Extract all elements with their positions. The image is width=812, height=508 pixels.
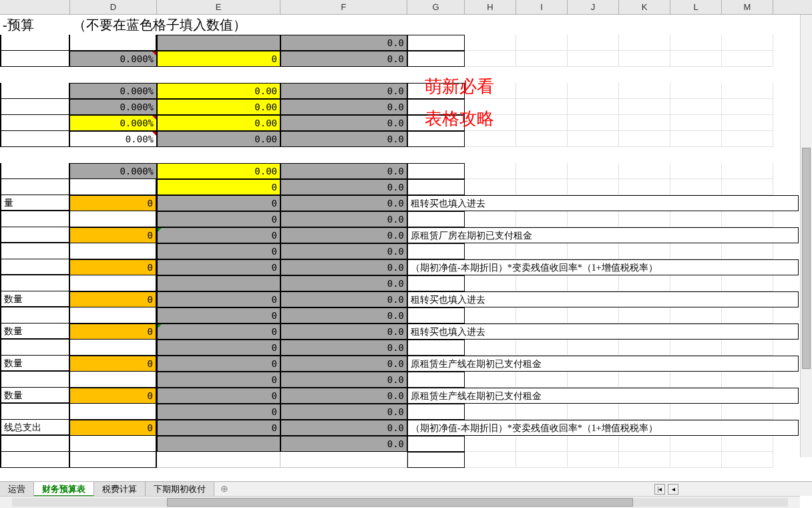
cell[interactable] [465, 131, 516, 147]
cell[interactable]: 数量 [0, 356, 70, 372]
cell[interactable]: 0 [157, 195, 280, 211]
cell[interactable] [465, 211, 516, 227]
cell[interactable]: 0.0 [280, 131, 407, 147]
cell[interactable] [670, 163, 722, 179]
cell[interactable]: 0 [157, 340, 280, 356]
cell[interactable]: 0.0 [280, 356, 407, 372]
cell[interactable]: 量 [0, 195, 70, 211]
column-header-H[interactable]: H [465, 0, 516, 14]
cell[interactable] [516, 35, 568, 51]
vertical-scroll-thumb[interactable] [802, 148, 811, 369]
cell[interactable] [516, 436, 568, 452]
cell[interactable]: 0.0 [280, 115, 407, 131]
cell[interactable] [0, 340, 70, 356]
cell[interactable]: 数量 [0, 324, 70, 340]
cell[interactable] [70, 35, 157, 51]
cell[interactable] [407, 115, 465, 131]
cell[interactable] [70, 179, 157, 195]
cell[interactable]: 0 [157, 420, 280, 436]
cell[interactable] [516, 179, 568, 195]
cell[interactable]: 0.0 [280, 388, 407, 404]
cell[interactable]: 数量 [0, 388, 70, 404]
cell[interactable] [465, 51, 516, 67]
horizontal-scroll-thumb[interactable] [167, 498, 632, 507]
column-header-M[interactable]: M [722, 0, 773, 14]
cell[interactable]: 0.0 [280, 324, 407, 340]
cell[interactable] [70, 67, 157, 83]
cell[interactable] [70, 436, 157, 452]
note-cell[interactable]: 原租赁生产线在期初已支付租金 [407, 388, 799, 404]
cell[interactable] [465, 179, 516, 195]
cell[interactable] [670, 67, 722, 83]
cell[interactable] [568, 340, 619, 356]
cell[interactable]: 0 [70, 227, 157, 243]
cell[interactable]: 0 [70, 356, 157, 372]
cell[interactable] [0, 35, 70, 51]
cell[interactable] [157, 452, 280, 468]
cell[interactable] [619, 115, 670, 131]
cell[interactable] [670, 436, 722, 452]
cell[interactable] [670, 404, 722, 420]
cell[interactable] [722, 115, 773, 131]
cell[interactable] [465, 436, 516, 452]
cell[interactable] [568, 275, 619, 291]
cell[interactable] [568, 404, 619, 420]
cell[interactable] [619, 163, 670, 179]
cell[interactable] [670, 99, 722, 115]
cell[interactable] [70, 372, 157, 388]
cell[interactable] [465, 404, 516, 420]
cell[interactable] [670, 83, 722, 99]
cell[interactable] [619, 372, 670, 388]
cell[interactable]: 0 [157, 372, 280, 388]
cell[interactable] [0, 436, 70, 452]
cell[interactable] [722, 436, 773, 452]
cell[interactable]: 0.0 [280, 99, 407, 115]
note-cell[interactable]: （期初净值-本期折旧）*变卖残值收回率*（1+增值税税率） [407, 420, 799, 436]
cell[interactable] [157, 436, 280, 452]
cell[interactable] [619, 35, 670, 51]
cell[interactable]: 0 [70, 420, 157, 436]
note-cell[interactable]: 租转买也填入进去 [407, 324, 799, 340]
cell[interactable] [670, 179, 722, 195]
vertical-scrollbar[interactable] [800, 15, 812, 457]
cell[interactable] [465, 243, 516, 259]
cell[interactable] [722, 340, 773, 356]
cell[interactable]: 0.0 [280, 83, 407, 99]
cell[interactable]: 0.00 [157, 163, 280, 179]
note-cell[interactable]: 原租赁厂房在期初已支付租金 [407, 227, 799, 243]
cell[interactable]: 0 [157, 307, 280, 324]
cell[interactable] [670, 115, 722, 131]
cell[interactable] [0, 179, 70, 195]
cell[interactable]: 0.0 [280, 195, 407, 211]
cell[interactable] [722, 243, 773, 259]
cell[interactable] [407, 275, 465, 291]
cell[interactable] [670, 452, 722, 468]
cell[interactable] [0, 372, 70, 388]
cell[interactable] [722, 35, 773, 51]
cell[interactable]: 0.0 [280, 179, 407, 195]
sheet-tab-运营[interactable]: 运营 [0, 482, 34, 497]
column-header-G[interactable]: G [407, 0, 465, 14]
cell[interactable]: 0.000% [70, 51, 157, 67]
cell[interactable] [0, 131, 70, 147]
cell[interactable] [619, 51, 670, 67]
column-header-first[interactable] [0, 0, 70, 14]
cell[interactable] [516, 243, 568, 259]
cell[interactable] [516, 115, 568, 131]
cell[interactable] [670, 307, 722, 324]
column-header-K[interactable]: K [619, 0, 670, 14]
cell[interactable]: 0 [70, 259, 157, 275]
cell[interactable] [407, 436, 465, 452]
cell[interactable] [568, 35, 619, 51]
cell[interactable] [465, 163, 516, 179]
cell[interactable] [722, 51, 773, 67]
cell[interactable]: 0 [70, 291, 157, 307]
cell[interactable] [619, 211, 670, 227]
cell[interactable]: 0.0 [280, 436, 407, 452]
cell[interactable] [568, 243, 619, 259]
column-header-F[interactable]: F [280, 0, 407, 14]
cell[interactable]: 0.0 [280, 51, 407, 67]
cell[interactable] [516, 307, 568, 324]
tab-nav-first[interactable]: |◂ [654, 484, 665, 495]
cell[interactable]: 0 [157, 324, 280, 340]
